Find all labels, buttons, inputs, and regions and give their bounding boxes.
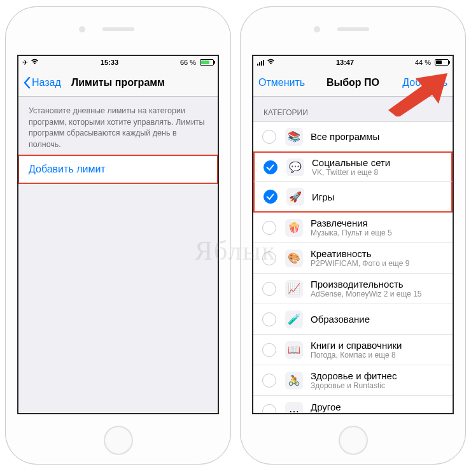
- category-subtitle: Погода, Компас и еще 8: [311, 351, 402, 360]
- radio-unchecked-icon[interactable]: [262, 282, 276, 296]
- category-icon: 🚴: [285, 372, 303, 389]
- category-title: Развлечения: [311, 218, 392, 228]
- category-subtitle: BlaBlaCar, Видео и еще 10: [311, 412, 405, 414]
- category-row[interactable]: ⋯ Другое BlaBlaCar, Видео и еще 10: [253, 396, 453, 413]
- radio-unchecked-icon[interactable]: [262, 221, 276, 235]
- category-title: Все программы: [311, 131, 379, 142]
- cancel-button[interactable]: Отменить: [258, 77, 305, 88]
- home-button[interactable]: [339, 426, 368, 455]
- nav-bar: Назад Лимиты программ: [18, 69, 218, 97]
- category-subtitle: AdSense, MoneyWiz 2 и еще 15: [311, 290, 422, 298]
- cell-signal-icon: [257, 59, 264, 66]
- category-title: Образование: [311, 314, 370, 325]
- airplane-mode-icon: ✈: [22, 59, 28, 67]
- category-row[interactable]: 🧪 Образование: [253, 304, 453, 335]
- phone-right: 13:47 44 % Отменить Выбор ПО Добавить КА…: [240, 6, 466, 465]
- radio-unchecked-icon[interactable]: [262, 374, 276, 388]
- category-row[interactable]: 📖 Книги и справочники Погода, Компас и е…: [253, 335, 453, 365]
- category-icon: ⋯: [285, 402, 303, 413]
- add-label: Добавить: [402, 77, 447, 88]
- add-limit-label: Добавить лимит: [29, 164, 106, 174]
- chevron-left-icon: [24, 77, 31, 88]
- category-row[interactable]: 🍿 Развлечения Музыка, Пульт и еще 5: [253, 213, 453, 243]
- status-bar: ✈ 15:33 66 %: [18, 56, 218, 69]
- category-subtitle: Музыка, Пульт и еще 5: [311, 228, 392, 237]
- category-row[interactable]: 📚 Все программы: [253, 122, 453, 152]
- radio-unchecked-icon[interactable]: [262, 130, 276, 144]
- radio-checked-icon[interactable]: [264, 160, 278, 174]
- home-button[interactable]: [104, 426, 133, 455]
- category-row[interactable]: 📈 Производительность AdSense, MoneyWiz 2…: [253, 274, 453, 304]
- radio-unchecked-icon[interactable]: [262, 312, 276, 326]
- category-title: Игры: [312, 192, 334, 202]
- category-title: Креативность: [311, 248, 409, 259]
- category-icon: 🍿: [285, 219, 303, 237]
- category-icon: 💬: [286, 158, 304, 176]
- category-subtitle: Здоровье и Runtastic: [311, 381, 397, 390]
- section-header: КАТЕГОРИИ: [253, 97, 453, 121]
- content-area: Установите дневные лимиты на категории п…: [18, 97, 218, 413]
- category-row[interactable]: 🎨 Креативность P2PWIFICAM, Фото и еще 9: [253, 243, 453, 274]
- category-row[interactable]: 🚴 Здоровье и фитнес Здоровье и Runtastic: [253, 365, 453, 396]
- category-icon: 🚀: [286, 188, 304, 206]
- category-subtitle: VK, Twitter и еще 8: [312, 168, 390, 177]
- back-button[interactable]: Назад: [24, 77, 61, 88]
- status-bar: 13:47 44 %: [253, 56, 453, 69]
- battery-percent: 44 %: [415, 59, 431, 66]
- category-subtitle: P2PWIFICAM, Фото и еще 9: [311, 259, 409, 268]
- description-text: Установите дневные лимиты на категории п…: [18, 97, 218, 155]
- nav-bar: Отменить Выбор ПО Добавить: [253, 69, 453, 97]
- radio-unchecked-icon[interactable]: [262, 343, 276, 357]
- status-time: 13:47: [336, 59, 354, 66]
- back-label: Назад: [32, 77, 61, 88]
- content-area: КАТЕГОРИИ 📚 Все программы 💬 Социальные с…: [253, 97, 453, 413]
- screen-left: ✈ 15:33 66 % Назад Лимиты программ Ус: [17, 55, 219, 414]
- battery-percent: 66 %: [180, 59, 196, 66]
- wifi-icon: [31, 59, 39, 66]
- radio-unchecked-icon[interactable]: [262, 404, 276, 413]
- category-icon: 🎨: [285, 249, 303, 267]
- category-title: Другое: [311, 402, 405, 412]
- category-title: Книги и справочники: [311, 340, 402, 351]
- screen-right: 13:47 44 % Отменить Выбор ПО Добавить КА…: [252, 55, 454, 414]
- category-row[interactable]: 🚀 Игры: [253, 182, 453, 213]
- category-row[interactable]: 💬 Социальные сети VK, Twitter и еще 8: [253, 151, 453, 182]
- category-title: Здоровье и фитнес: [311, 370, 397, 381]
- radio-unchecked-icon[interactable]: [262, 251, 276, 265]
- category-icon: 📖: [285, 341, 303, 359]
- battery-icon: [433, 59, 449, 66]
- category-list: 📚 Все программы 💬 Социальные сети VK, Tw…: [253, 121, 453, 413]
- category-title: Социальные сети: [312, 157, 390, 168]
- add-button[interactable]: Добавить: [402, 77, 447, 88]
- wifi-icon: [267, 59, 275, 66]
- add-limit-button[interactable]: Добавить лимит: [18, 155, 218, 183]
- category-icon: 📈: [285, 280, 303, 298]
- battery-icon: [199, 59, 214, 66]
- cancel-label: Отменить: [258, 77, 305, 88]
- phone-left: ✈ 15:33 66 % Назад Лимиты программ Ус: [5, 6, 231, 465]
- category-title: Производительность: [311, 279, 422, 290]
- radio-checked-icon[interactable]: [264, 190, 278, 204]
- category-icon: 📚: [285, 128, 303, 146]
- status-time: 15:33: [101, 59, 118, 66]
- category-icon: 🧪: [285, 311, 303, 328]
